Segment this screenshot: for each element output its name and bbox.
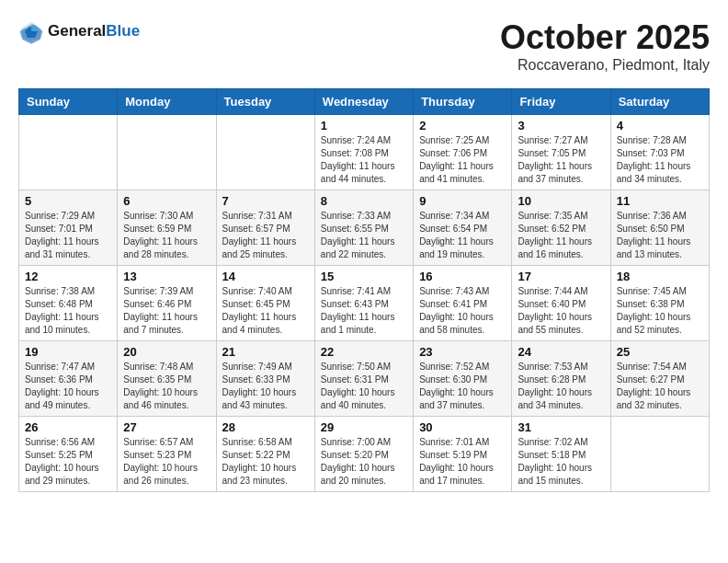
day-info: Sunrise: 7:50 AM Sunset: 6:31 PM Dayligh… — [321, 361, 407, 412]
calendar-cell: 21Sunrise: 7:49 AM Sunset: 6:33 PM Dayli… — [216, 341, 314, 417]
day-number: 22 — [321, 345, 407, 359]
calendar-cell: 14Sunrise: 7:40 AM Sunset: 6:45 PM Dayli… — [216, 266, 314, 341]
col-monday: Monday — [118, 89, 216, 115]
calendar-cell: 5Sunrise: 7:29 AM Sunset: 7:01 PM Daylig… — [19, 190, 118, 266]
calendar-week-2: 5Sunrise: 7:29 AM Sunset: 7:01 PM Daylig… — [19, 190, 710, 266]
col-wednesday: Wednesday — [314, 89, 413, 115]
day-number: 15 — [321, 270, 407, 283]
calendar-week-3: 12Sunrise: 7:38 AM Sunset: 6:48 PM Dayli… — [19, 266, 710, 341]
calendar-cell: 29Sunrise: 7:00 AM Sunset: 5:20 PM Dayli… — [314, 417, 413, 492]
day-info: Sunrise: 7:38 AM Sunset: 6:48 PM Dayligh… — [25, 285, 111, 337]
day-number: 23 — [419, 345, 506, 359]
calendar-cell: 22Sunrise: 7:50 AM Sunset: 6:31 PM Dayli… — [314, 341, 413, 417]
day-number: 20 — [123, 345, 210, 359]
calendar-cell: 15Sunrise: 7:41 AM Sunset: 6:43 PM Dayli… — [314, 266, 413, 341]
logo-text: GeneralBlue — [48, 22, 140, 40]
day-number: 16 — [419, 270, 506, 283]
day-number: 29 — [321, 420, 407, 434]
calendar-week-4: 19Sunrise: 7:47 AM Sunset: 6:36 PM Dayli… — [19, 341, 710, 417]
day-info: Sunrise: 7:39 AM Sunset: 6:46 PM Dayligh… — [123, 285, 210, 337]
day-info: Sunrise: 7:35 AM Sunset: 6:52 PM Dayligh… — [518, 210, 604, 261]
calendar-cell — [19, 115, 118, 190]
day-info: Sunrise: 7:33 AM Sunset: 6:55 PM Dayligh… — [321, 210, 407, 261]
day-number: 13 — [123, 270, 210, 283]
day-number: 31 — [518, 420, 604, 434]
calendar-cell: 28Sunrise: 6:58 AM Sunset: 5:22 PM Dayli… — [216, 417, 314, 492]
calendar-cell: 11Sunrise: 7:36 AM Sunset: 6:50 PM Dayli… — [610, 190, 709, 266]
calendar-cell: 26Sunrise: 6:56 AM Sunset: 5:25 PM Dayli… — [19, 417, 118, 492]
calendar-cell: 1Sunrise: 7:24 AM Sunset: 7:08 PM Daylig… — [314, 115, 413, 190]
calendar-cell: 6Sunrise: 7:30 AM Sunset: 6:59 PM Daylig… — [118, 190, 216, 266]
day-number: 19 — [25, 345, 111, 359]
day-number: 30 — [419, 420, 506, 434]
calendar-cell: 16Sunrise: 7:43 AM Sunset: 6:41 PM Dayli… — [414, 266, 512, 341]
calendar-cell: 25Sunrise: 7:54 AM Sunset: 6:27 PM Dayli… — [610, 341, 709, 417]
day-number: 14 — [222, 270, 309, 283]
calendar-cell: 23Sunrise: 7:52 AM Sunset: 6:30 PM Dayli… — [414, 341, 512, 417]
day-number: 2 — [419, 119, 506, 132]
day-number: 10 — [518, 194, 604, 208]
title-section: October 2025 Roccaverano, Piedmont, Ital… — [500, 18, 710, 74]
day-info: Sunrise: 7:30 AM Sunset: 6:59 PM Dayligh… — [123, 210, 210, 261]
day-info: Sunrise: 7:00 AM Sunset: 5:20 PM Dayligh… — [321, 436, 407, 488]
month-title: October 2025 — [500, 18, 710, 57]
calendar-cell: 18Sunrise: 7:45 AM Sunset: 6:38 PM Dayli… — [610, 266, 709, 341]
day-number: 18 — [617, 270, 703, 283]
calendar-cell: 31Sunrise: 7:02 AM Sunset: 5:18 PM Dayli… — [512, 417, 610, 492]
day-info: Sunrise: 7:44 AM Sunset: 6:40 PM Dayligh… — [518, 285, 604, 337]
day-number: 1 — [321, 119, 407, 132]
day-number: 25 — [617, 345, 703, 359]
calendar-cell: 3Sunrise: 7:27 AM Sunset: 7:05 PM Daylig… — [512, 115, 610, 190]
day-info: Sunrise: 7:45 AM Sunset: 6:38 PM Dayligh… — [617, 285, 703, 337]
day-number: 7 — [222, 194, 309, 208]
day-number: 21 — [222, 345, 309, 359]
logo-icon — [18, 18, 44, 44]
day-info: Sunrise: 7:49 AM Sunset: 6:33 PM Dayligh… — [222, 361, 309, 412]
location-subtitle: Roccaverano, Piedmont, Italy — [500, 57, 710, 74]
day-info: Sunrise: 7:47 AM Sunset: 6:36 PM Dayligh… — [25, 361, 111, 412]
col-saturday: Saturday — [610, 89, 709, 115]
calendar-table: Sunday Monday Tuesday Wednesday Thursday… — [18, 88, 710, 492]
day-info: Sunrise: 7:01 AM Sunset: 5:19 PM Dayligh… — [419, 436, 506, 488]
day-number: 6 — [123, 194, 210, 208]
day-info: Sunrise: 6:57 AM Sunset: 5:23 PM Dayligh… — [123, 436, 210, 488]
day-info: Sunrise: 7:34 AM Sunset: 6:54 PM Dayligh… — [419, 210, 506, 261]
calendar-cell: 12Sunrise: 7:38 AM Sunset: 6:48 PM Dayli… — [19, 266, 118, 341]
day-info: Sunrise: 7:43 AM Sunset: 6:41 PM Dayligh… — [419, 285, 506, 337]
day-info: Sunrise: 7:52 AM Sunset: 6:30 PM Dayligh… — [419, 361, 506, 412]
day-info: Sunrise: 7:28 AM Sunset: 7:03 PM Dayligh… — [617, 134, 703, 186]
calendar-cell — [610, 417, 709, 492]
day-info: Sunrise: 7:36 AM Sunset: 6:50 PM Dayligh… — [617, 210, 703, 261]
day-number: 11 — [617, 194, 703, 208]
col-tuesday: Tuesday — [216, 89, 314, 115]
day-number: 8 — [321, 194, 407, 208]
day-info: Sunrise: 7:40 AM Sunset: 6:45 PM Dayligh… — [222, 285, 309, 337]
day-info: Sunrise: 7:41 AM Sunset: 6:43 PM Dayligh… — [321, 285, 407, 337]
page-header: GeneralBlue October 2025 Roccaverano, Pi… — [18, 18, 710, 74]
day-number: 26 — [25, 420, 111, 434]
calendar-cell: 4Sunrise: 7:28 AM Sunset: 7:03 PM Daylig… — [610, 115, 709, 190]
day-info: Sunrise: 7:53 AM Sunset: 6:28 PM Dayligh… — [518, 361, 604, 412]
day-info: Sunrise: 6:58 AM Sunset: 5:22 PM Dayligh… — [222, 436, 309, 488]
calendar-cell: 17Sunrise: 7:44 AM Sunset: 6:40 PM Dayli… — [512, 266, 610, 341]
day-info: Sunrise: 7:27 AM Sunset: 7:05 PM Dayligh… — [518, 134, 604, 186]
day-info: Sunrise: 6:56 AM Sunset: 5:25 PM Dayligh… — [25, 436, 111, 488]
day-number: 5 — [25, 194, 111, 208]
calendar-week-1: 1Sunrise: 7:24 AM Sunset: 7:08 PM Daylig… — [19, 115, 710, 190]
col-friday: Friday — [512, 89, 610, 115]
day-info: Sunrise: 7:02 AM Sunset: 5:18 PM Dayligh… — [518, 436, 604, 488]
calendar-cell: 24Sunrise: 7:53 AM Sunset: 6:28 PM Dayli… — [512, 341, 610, 417]
day-info: Sunrise: 7:54 AM Sunset: 6:27 PM Dayligh… — [617, 361, 703, 412]
day-number: 17 — [518, 270, 604, 283]
day-number: 28 — [222, 420, 309, 434]
calendar-cell: 8Sunrise: 7:33 AM Sunset: 6:55 PM Daylig… — [314, 190, 413, 266]
calendar-cell — [216, 115, 314, 190]
day-info: Sunrise: 7:29 AM Sunset: 7:01 PM Dayligh… — [25, 210, 111, 261]
calendar-cell: 30Sunrise: 7:01 AM Sunset: 5:19 PM Dayli… — [414, 417, 512, 492]
day-info: Sunrise: 7:31 AM Sunset: 6:57 PM Dayligh… — [222, 210, 309, 261]
day-number: 12 — [25, 270, 111, 283]
calendar-header-row: Sunday Monday Tuesday Wednesday Thursday… — [19, 89, 710, 115]
day-number: 4 — [617, 119, 703, 132]
calendar-cell: 20Sunrise: 7:48 AM Sunset: 6:35 PM Dayli… — [118, 341, 216, 417]
calendar-week-5: 26Sunrise: 6:56 AM Sunset: 5:25 PM Dayli… — [19, 417, 710, 492]
